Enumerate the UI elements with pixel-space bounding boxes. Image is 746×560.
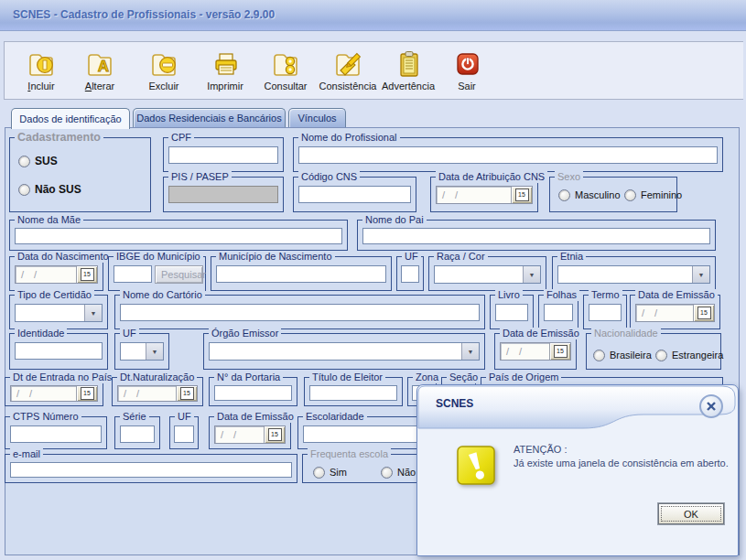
group-termo: Termo [583,295,627,329]
data-emissao-identidade-date-field[interactable]: / / 15 [500,342,571,361]
tab-label: Dados Residenciais e Bancários [136,113,281,124]
incluir-button[interactable]: Incluir [17,48,65,92]
municipio-nascimento-input[interactable] [216,265,386,283]
calendar-button[interactable]: 15 [176,386,197,401]
data-atribuicao-cns-date-field[interactable]: / / 15 [436,186,533,204]
chevron-down-icon[interactable] [692,266,709,283]
uf-label: UF [402,251,421,263]
radio-masculino[interactable]: Masculino [558,188,621,201]
dt-entrada-pais-date-field[interactable]: / / 15 [10,385,98,402]
chevron-down-icon[interactable] [146,343,163,360]
orgao-emissor-combobox[interactable] [209,342,480,361]
data-nascimento-date-field[interactable]: / / 15 [15,265,98,284]
dt-naturalizacao-date-field[interactable]: / / 15 [117,385,198,402]
calendar-button[interactable]: 15 [76,266,97,283]
consultar-button[interactable]: Consultar [259,48,312,92]
folder-pencil-icon [332,48,363,80]
radio-feminino[interactable]: Feminino [624,188,682,201]
folder-minus-icon [148,48,179,80]
email-input[interactable] [10,462,292,478]
uf-identidade-combobox[interactable] [120,342,164,361]
group-nome-pai: Nome do Pai [357,220,716,251]
toolbar-button-label: Excluir [148,81,178,92]
nome-mae-input[interactable] [15,228,342,244]
consistencia-button[interactable]: Consistência [316,48,380,92]
calendar-button[interactable]: 15 [264,426,285,443]
serie-input[interactable] [120,425,155,443]
codigo-cns-input[interactable] [298,186,411,203]
radio-sim[interactable]: Sim [313,466,347,479]
pais-origem-label: País de Origem [486,372,561,383]
folhas-input[interactable] [544,304,573,321]
tipo-certidao-combobox[interactable] [15,304,103,322]
etnia-label: Etnia [557,251,586,263]
num-portaria-input[interactable] [214,385,292,401]
group-data-emissao-ctps: Data de Emissão / / 15 [209,416,291,449]
titulo-eleitor-input[interactable] [309,385,397,401]
close-icon[interactable] [699,394,723,418]
pis-pasep-input [168,186,278,203]
radio-estrangeira[interactable]: Estrangeira [655,349,723,361]
calendar-button[interactable]: 15 [76,386,97,401]
alterar-button[interactable]: A Alterar [76,48,124,92]
group-ibge-municipio: IBGE do Município Pesquisar [108,256,206,291]
ctps-numero-input[interactable] [10,425,102,443]
excluir-button[interactable]: Excluir [140,48,188,92]
group-num-portaria: N° da Portaria [209,377,297,406]
scnes-window: SCNES - Cadastro de Profissionais - vers… [0,0,746,560]
tipo-certidao-selected-value [16,305,84,321]
toolbar-button-label: Alterar [85,81,114,92]
tab-dados-identificacao[interactable]: Dados de identificação [11,108,130,129]
radio-icon [381,467,393,479]
calendar-button[interactable]: 15 [549,343,570,360]
date-value: / / [501,343,549,360]
termo-input[interactable] [589,304,622,321]
raca-cor-combobox[interactable] [434,265,541,284]
ibge-municipio-label: IBGE do Município [114,251,203,263]
nome-profissional-input[interactable] [298,146,718,164]
date-value: / / [636,305,693,321]
title-bar[interactable]: SCNES - Cadastro de Profissionais - vers… [0,0,746,31]
chevron-down-icon[interactable] [84,305,102,321]
radio-nao-sus[interactable]: Não SUS [18,183,81,196]
identidade-input[interactable] [15,342,103,360]
nome-pai-input[interactable] [362,228,710,244]
data-emissao-certidao-date-field[interactable]: / / 15 [635,304,715,322]
folder-rings-icon [270,48,301,80]
secao-label: Seção [447,372,481,383]
ctps-numero-label: CTPS Número [10,411,81,423]
data-emissao-label: Data de Emissão [214,411,297,423]
ibge-municipio-input[interactable] [114,265,152,283]
nome-cartorio-input[interactable] [120,304,480,321]
uf-nascimento-input[interactable] [401,265,419,283]
radio-brasileira[interactable]: Brasileira [593,349,652,361]
chevron-down-icon[interactable] [523,266,540,283]
imprimir-button[interactable]: Imprimir [200,48,250,92]
cpf-label: CPF [168,132,194,144]
uf-ctps-input[interactable] [174,425,194,443]
toolbar-button-label: Advertência [382,81,435,92]
tab-vinculos[interactable]: Vínculos [288,108,346,127]
etnia-combobox[interactable] [557,265,710,284]
data-emissao-ctps-date-field[interactable]: / / 15 [214,425,286,444]
tab-dados-residenciais-bancarios[interactable]: Dados Residenciais e Bancários [133,108,286,127]
pis-pasep-label: PIS / PASEP [168,171,232,183]
raca-cor-selected-value [435,266,523,283]
calendar-button[interactable]: 15 [693,305,714,321]
radio-icon [655,350,667,361]
livro-input[interactable] [495,304,528,321]
group-ctps-numero: CTPS Número [5,416,107,449]
uf-label: UF [175,411,194,423]
ok-button[interactable]: OK [658,503,724,524]
advertencia-button[interactable]: Advertência [378,48,438,92]
radio-nao[interactable]: Não [381,466,416,479]
group-titulo-eleitor: Título de Eleitor [304,377,403,406]
calendar-button[interactable]: 15 [511,187,532,203]
termo-label: Termo [589,289,622,301]
escolaridade-label: Escolaridade [303,411,367,423]
chevron-down-icon[interactable] [461,343,479,360]
pesquisar-button[interactable]: Pesquisar [155,265,203,284]
cpf-input[interactable] [168,146,278,164]
sair-button[interactable]: Sair [446,48,488,92]
radio-sus[interactable]: SUS [18,155,58,167]
